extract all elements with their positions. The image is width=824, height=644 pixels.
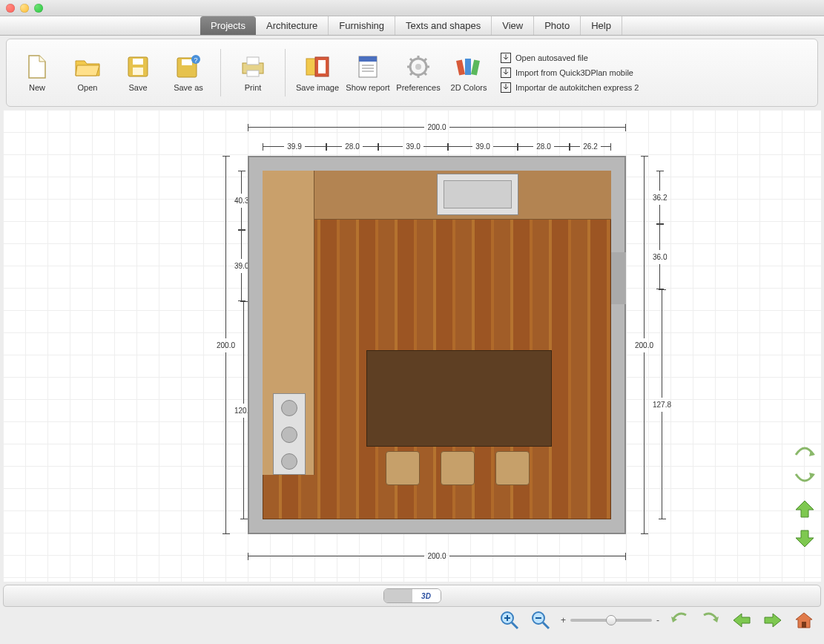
report-icon [355, 53, 381, 80]
dimension-bottom-total: 200.0 [248, 552, 626, 560]
dimension-right-seg-2: 36.0 [653, 224, 667, 289]
dimension-left-seg-2: 39.0 [234, 230, 248, 301]
arrow-down-icon[interactable] [791, 528, 818, 549]
minimize-button[interactable] [20, 4, 29, 13]
sink[interactable] [437, 174, 518, 215]
svg-rect-29 [465, 59, 471, 75]
svg-line-35 [512, 622, 518, 628]
rotate-right-button[interactable] [699, 609, 722, 631]
slider-plus: + [561, 615, 566, 625]
import-autokitchen-link[interactable]: Importar de autokitchen express 2 [501, 82, 639, 93]
download-icon [501, 82, 511, 93]
separator [220, 49, 221, 96]
dimension-top-seg-2: 28.0 [326, 142, 378, 151]
tabbar: Projects Architecture Furnishing Texts a… [0, 16, 824, 36]
rotate-down-icon[interactable] [791, 469, 818, 490]
svg-rect-8 [247, 57, 259, 65]
folder-open-icon [74, 53, 101, 80]
svg-line-25 [423, 72, 426, 75]
design-canvas[interactable]: 200.0 39.9 28.0 39.0 39.0 28.0 26.2 200.… [3, 110, 821, 582]
svg-rect-41 [802, 622, 806, 628]
zoom-slider-track[interactable] [570, 619, 652, 622]
dimension-top-seg-3: 39.0 [378, 142, 448, 151]
dimension-left-total: 200.0 [217, 156, 235, 534]
svg-rect-9 [247, 70, 259, 76]
new-button[interactable]: New [14, 53, 60, 92]
wood-floor [263, 171, 611, 519]
tab-photo[interactable]: Photo [534, 16, 581, 35]
download-icon [501, 53, 511, 63]
dimension-top-total: 200.0 [248, 123, 626, 131]
dimension-left-seg-1: 40.3 [234, 171, 248, 230]
tab-furnishing[interactable]: Furnishing [329, 16, 395, 35]
dimension-top-seg-1: 39.9 [263, 142, 326, 151]
2d-colors-button[interactable]: 2D Colors [446, 53, 492, 92]
zoom-slider-thumb[interactable] [606, 615, 616, 625]
tab-view[interactable]: View [492, 16, 534, 35]
dimension-top-seg-5: 28.0 [518, 142, 570, 151]
separator [285, 49, 286, 96]
close-button[interactable] [6, 4, 15, 13]
door[interactable] [611, 252, 626, 304]
preferences-button[interactable]: Preferences [395, 53, 441, 92]
svg-point-19 [415, 64, 421, 70]
dimension-top-seg-6: 26.2 [570, 142, 611, 151]
gear-icon [405, 53, 432, 80]
save-as-button[interactable]: ? Save as [165, 53, 211, 92]
tab-help[interactable]: Help [581, 16, 622, 35]
svg-rect-28 [456, 59, 465, 75]
svg-line-26 [423, 59, 426, 62]
home-button[interactable] [793, 609, 815, 631]
save-image-button[interactable]: Save image [294, 53, 340, 92]
traffic-lights [6, 4, 43, 13]
save-image-icon [304, 53, 331, 80]
dimension-right-seg-1: 36.2 [653, 171, 667, 224]
rotate-up-icon[interactable] [791, 439, 818, 460]
import-quick3dplan-link[interactable]: Import from Quick3DPlan mobile [501, 68, 639, 78]
tab-architecture[interactable]: Architecture [256, 16, 329, 35]
ribbon-links: Open autosaved file Import from Quick3DP… [501, 53, 639, 93]
floor-plan[interactable] [248, 156, 626, 534]
view-arrows-panel [791, 439, 818, 549]
zoom-slider: + - [561, 615, 659, 625]
dimension-right-seg-3: 127.8 [653, 289, 671, 519]
rotate-left-button[interactable] [668, 609, 690, 631]
view-3d-toggle[interactable]: 3D [412, 589, 441, 602]
kitchen-island[interactable] [366, 350, 552, 447]
arrow-up-icon[interactable] [791, 499, 818, 519]
window-titlebar [0, 0, 824, 16]
svg-rect-12 [318, 60, 326, 73]
open-autosaved-link[interactable]: Open autosaved file [501, 53, 639, 63]
dimension-top-seg-4: 39.0 [448, 142, 518, 151]
chair[interactable] [441, 451, 475, 485]
zoom-out-button[interactable] [530, 609, 552, 631]
view-2d-toggle[interactable] [384, 589, 412, 602]
tab-texts-shapes[interactable]: Texts and shapes [395, 16, 492, 35]
floppy-save-as-icon: ? [175, 53, 202, 80]
arrow-left-button[interactable] [731, 609, 753, 631]
zoom-button[interactable] [34, 4, 43, 13]
stove[interactable] [273, 393, 306, 475]
print-button[interactable]: Print [230, 53, 276, 92]
svg-rect-1 [133, 59, 143, 65]
svg-line-27 [410, 72, 413, 75]
zoom-in-button[interactable] [498, 609, 521, 631]
svg-rect-4 [182, 59, 192, 65]
tab-projects[interactable]: Projects [200, 16, 256, 35]
chair[interactable] [386, 451, 420, 485]
download-icon [501, 68, 511, 78]
show-report-button[interactable]: Show report [345, 53, 391, 92]
ribbon-toolbar: New Open Save ? Save as Print Save image [6, 39, 818, 107]
slider-minus: - [656, 615, 659, 625]
chair[interactable] [495, 451, 530, 485]
open-button[interactable]: Open [65, 53, 111, 92]
color-swatches-icon [455, 53, 482, 80]
arrow-right-button[interactable] [762, 609, 784, 631]
svg-rect-30 [471, 59, 480, 75]
save-button[interactable]: Save [115, 53, 161, 92]
svg-text:?: ? [194, 56, 197, 64]
file-new-icon [24, 53, 50, 80]
printer-icon [240, 53, 266, 80]
svg-rect-2 [133, 68, 143, 75]
svg-line-24 [410, 59, 413, 62]
